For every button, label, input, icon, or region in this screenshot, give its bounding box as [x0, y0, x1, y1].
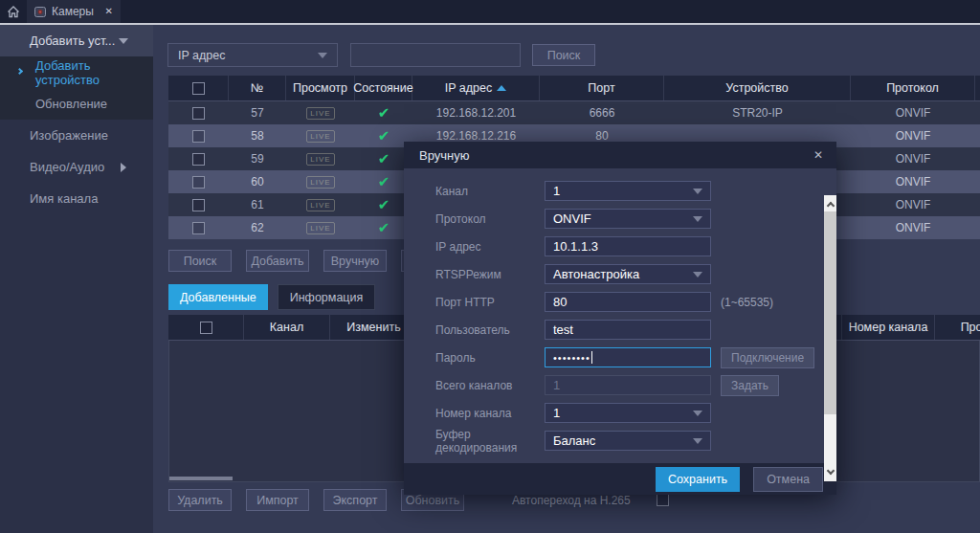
dialog-footer: Сохранить Отмена	[404, 463, 836, 495]
check-icon	[378, 127, 390, 144]
field-user: Пользователь test	[435, 320, 836, 340]
row-checkbox[interactable]	[192, 130, 205, 143]
sidebar-item-channel-name[interactable]: Имя канала	[0, 183, 153, 214]
field-channel: Канал 1	[435, 181, 836, 201]
row-checkbox[interactable]	[192, 153, 205, 166]
scrollbar-thumb[interactable]	[824, 211, 836, 414]
sidebar: Добавить уст... Добавить устройство Обно…	[0, 25, 153, 533]
row-checkbox[interactable]	[192, 199, 205, 211]
row-number: 59	[229, 147, 286, 170]
set-button[interactable]: Задать	[721, 375, 779, 396]
username-input[interactable]: test	[545, 320, 711, 340]
manual-button[interactable]: Вручную	[323, 250, 387, 272]
sidebar-item-image[interactable]: Изображение	[0, 120, 153, 151]
col-ip-label: IP адрес	[445, 81, 492, 95]
field-password: Пароль •••••••• Подключение	[435, 347, 836, 367]
tab-close-icon[interactable]	[105, 7, 113, 16]
tab-added[interactable]: Добавленные	[168, 284, 268, 310]
row-device: STR20-IP	[664, 101, 851, 124]
select-value: Баланс	[553, 433, 595, 448]
scroll-up-arrow[interactable]	[824, 197, 836, 211]
sidebar-item-label: Видео/Аудио	[30, 160, 104, 174]
live-preview-badge[interactable]: LIVE	[306, 107, 334, 120]
search-devices-button[interactable]: Поиск	[168, 250, 232, 272]
add-button[interactable]: Добавить	[246, 250, 309, 272]
live-preview-badge[interactable]: LIVE	[306, 199, 334, 211]
scroll-down-arrow[interactable]	[824, 465, 836, 479]
row-checkbox[interactable]	[192, 222, 205, 234]
search-input[interactable]	[351, 44, 520, 66]
table-row[interactable]: 57 LIVE 192.168.12.201 6666 STR20-IP ONV…	[168, 101, 980, 124]
chevron-down-icon	[318, 53, 327, 58]
connect-button[interactable]: Подключение	[721, 347, 814, 368]
dialog-body: Канал 1 Протокол ONVIF IP адрес 10.1.1.3	[404, 168, 836, 463]
field-label: IP адрес	[435, 240, 545, 254]
tab-info[interactable]: Информация	[278, 284, 376, 310]
dialog-close-icon[interactable]	[813, 149, 823, 161]
search-field-value: IP адрес	[178, 49, 225, 62]
live-preview-badge[interactable]: LIVE	[306, 222, 334, 234]
chevron-down-icon	[693, 272, 702, 278]
col-channel: Канал	[244, 315, 330, 340]
sidebar-item-label: Обновление	[35, 97, 107, 111]
field-protocol: Протокол ONVIF	[435, 209, 836, 229]
field-label: Буфер декодирования	[435, 428, 545, 455]
chevron-down-icon	[119, 38, 128, 44]
chevron-down-icon	[693, 411, 702, 416]
channel-number-select[interactable]: 1	[545, 403, 711, 423]
save-button[interactable]: Сохранить	[656, 467, 740, 492]
row-number: 61	[229, 193, 286, 216]
select-all-checkbox[interactable]	[192, 82, 205, 95]
row-number: 58	[229, 124, 286, 147]
select-value: Автонастройка	[553, 267, 639, 281]
device-table-header: № Просмотр Состояние IP адрес Порт Устро…	[168, 76, 980, 101]
channel-select[interactable]: 1	[545, 181, 711, 201]
input-value: 1	[553, 378, 560, 392]
col-protocol: Протокол	[851, 76, 975, 100]
check-icon	[378, 150, 390, 167]
dialog-scrollbar[interactable]	[824, 195, 836, 481]
delete-button[interactable]: Удалить	[168, 489, 232, 511]
tab-cameras[interactable]: Камеры	[27, 0, 121, 23]
sidebar-item-update[interactable]: Обновление	[0, 88, 153, 120]
export-button[interactable]: Экспорт	[323, 489, 387, 511]
sidebar-item-video-audio[interactable]: Видео/Аудио	[0, 151, 153, 183]
field-label: RTSPРежим	[435, 268, 545, 281]
row-checkbox[interactable]	[192, 176, 205, 189]
col-ip-sortable[interactable]: IP адрес	[412, 76, 540, 100]
row-number: 60	[229, 170, 286, 193]
field-label: Пользователь	[435, 323, 545, 337]
decode-buffer-select[interactable]: Баланс	[545, 431, 711, 451]
home-button[interactable]	[0, 0, 27, 23]
import-button[interactable]: Импорт	[246, 489, 309, 511]
sidebar-item-add-device[interactable]: Добавить устройство	[0, 56, 153, 88]
password-input[interactable]: ••••••••	[545, 347, 711, 367]
row-number: 57	[229, 101, 286, 124]
chevron-down-icon	[693, 189, 702, 194]
field-label: Пароль	[435, 351, 545, 365]
chevron-down-icon	[693, 438, 702, 444]
sidebar-group-add-device[interactable]: Добавить уст...	[0, 25, 153, 56]
ip-input[interactable]: 10.1.1.3	[545, 236, 711, 256]
protocol-select[interactable]: ONVIF	[545, 209, 711, 229]
field-label: Порт HTTP	[435, 296, 545, 309]
field-channel-number: Номер канала 1	[435, 403, 836, 423]
sidebar-item-label: Добавить устройство	[35, 58, 153, 87]
search-field-select[interactable]: IP адрес	[168, 44, 337, 66]
row-checkbox[interactable]	[192, 107, 205, 120]
field-label: Всего каналов	[435, 379, 545, 392]
h265-auto-checkbox[interactable]	[657, 494, 669, 506]
http-port-input[interactable]: 80	[545, 292, 711, 312]
col-preview: Просмотр	[286, 76, 355, 100]
horizontal-scrollbar-thumb[interactable]	[169, 477, 233, 480]
rtsp-mode-select[interactable]: Автонастройка	[545, 264, 711, 284]
select-all-checkbox[interactable]	[200, 322, 212, 334]
live-preview-badge[interactable]: LIVE	[306, 176, 334, 189]
row-protocol: ONVIF	[851, 170, 975, 193]
row-protocol: ONVIF	[851, 147, 975, 170]
live-preview-badge[interactable]: LIVE	[306, 130, 334, 143]
live-preview-badge[interactable]: LIVE	[306, 153, 334, 166]
chevron-down-icon	[693, 216, 702, 222]
search-button[interactable]: Поиск	[532, 44, 595, 66]
cancel-button[interactable]: Отмена	[753, 467, 823, 492]
